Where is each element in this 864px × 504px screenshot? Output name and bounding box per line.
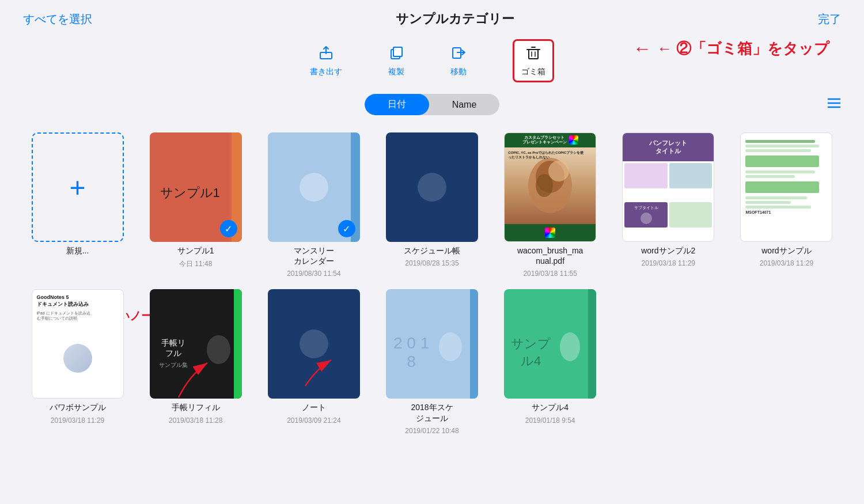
word-label: wordサンプル (761, 245, 811, 256)
wacom-overlay-text: COPIC, YC, as ProではられたCOPICブラシを使ったリストラかも… (508, 151, 592, 160)
trash-button[interactable]: ゴミ箱 (513, 39, 554, 82)
monthly-thumb[interactable]: ✓ (268, 132, 360, 242)
export-icon (318, 44, 334, 65)
techo-content: 手帳リフル サンプル集 (150, 319, 207, 369)
schedule-date: 2019/08/28 15:35 (405, 259, 458, 267)
duplicate-button[interactable]: 複製 (388, 44, 404, 77)
move-button[interactable]: 移動 (450, 44, 467, 77)
note-circle (300, 329, 328, 358)
techo-date: 2019/03/18 11:28 (169, 416, 222, 425)
sample4-spine (588, 289, 596, 399)
export-button[interactable]: 書き出す (310, 44, 342, 77)
wacom-header-bar: カスタムブラシセットプレゼントキャンペーン (505, 133, 596, 147)
word-line1 (745, 140, 815, 143)
sort-bar: 日付 Name (0, 88, 864, 121)
techo-item[interactable]: 手帳リフル サンプル集 手帳リフィル 2019/03/18 11:28 (141, 289, 250, 434)
sort-date-button[interactable]: 日付 (365, 94, 429, 115)
svg-rect-2 (393, 47, 402, 56)
ppt-image-area (37, 323, 119, 393)
word2-cell-4 (669, 202, 713, 228)
wacom-image-area: COPIC, YC, as ProではられたCOPICブラシを使ったリストラかも… (505, 147, 596, 224)
sample4-thumb[interactable]: サンプル4 (504, 289, 596, 399)
svg-rect-5 (529, 50, 538, 59)
word2-label: wordサンプル2 (641, 245, 695, 256)
word-line8 (745, 206, 811, 209)
word2-cell-2 (669, 163, 713, 188)
note-thumb[interactable] (268, 289, 360, 399)
wacom-footer (505, 224, 596, 241)
new-document-item[interactable]: + 新規... (23, 132, 132, 278)
ppt-desc: iPad にドキュメントを読み込む手順についての説明 (37, 310, 90, 321)
word-block2 (745, 181, 819, 193)
svg-point-11 (536, 174, 553, 197)
powerpoint-thumb[interactable]: GoodNotes 5ドキュメント読み込み iPad にドキュメントを読み込む手… (32, 289, 124, 399)
trash-arrow: ← (633, 38, 651, 59)
wacom-item[interactable]: カスタムブラシセットプレゼントキャンペーン COPIC, YC, as Proで… (496, 132, 605, 278)
powerpoint-label: パワボサンプル (50, 402, 106, 412)
trash-icon (525, 44, 541, 65)
word2-header: パンフレットタイトル (623, 133, 714, 161)
schedule-circle (418, 173, 446, 202)
sample1-item[interactable]: サンプル1 ✓ サンプル1 今日 11:48 ①削除したいノートをタップ (141, 132, 250, 278)
documents-grid: + 新規... サンプル1 ✓ サンプル1 今日 11:48 ①削除したいノート… (0, 121, 864, 452)
new-document-thumb[interactable]: + (32, 132, 124, 242)
toolbar: 書き出す 複製 移動 ゴミ箱 (0, 33, 864, 88)
header: すべてを選択 サンプルカテゴリー 完了 (0, 0, 864, 33)
word-block1 (745, 156, 819, 167)
word2-date: 2019/03/18 11:29 (642, 259, 695, 267)
sample1-check-badge: ✓ (220, 220, 237, 237)
schedule-item[interactable]: スケジュール帳 2019/08/28 15:35 (377, 132, 486, 278)
sched2018-label: 2018年スケジュール (411, 402, 453, 423)
wacom-thumb[interactable]: カスタムブラシセットプレゼントキャンペーン COPIC, YC, as Proで… (504, 132, 596, 242)
sort-segment: 日付 Name (365, 94, 500, 115)
word-line6 (745, 196, 807, 199)
word2-grid: サブタイトル (623, 161, 714, 241)
monthly-check-badge: ✓ (338, 220, 355, 237)
trash-annotation-text: ← ②「ゴミ箱」をタップ (657, 39, 829, 59)
done-button[interactable]: 完了 (818, 12, 841, 27)
powerpoint-item[interactable]: GoodNotes 5ドキュメント読み込み iPad にドキュメントを読み込む手… (23, 289, 132, 434)
techo-label: 手帳リフィル (172, 402, 220, 412)
word-line2 (745, 145, 819, 147)
wacom-label: wacom_brush_manual.pdf (517, 245, 583, 266)
monthly-circle (300, 173, 328, 202)
sort-name-button[interactable]: Name (429, 94, 500, 115)
word2-header-text: パンフレットタイトル (649, 139, 687, 156)
sample4-circle (560, 332, 580, 361)
word2-thumb[interactable]: パンフレットタイトル サブタイトル (622, 132, 714, 242)
sample4-item[interactable]: サンプル4 サンプル4 2019/01/18 9:54 (496, 289, 605, 434)
word-line5 (745, 175, 794, 178)
schedule-thumb[interactable] (386, 132, 478, 242)
page-title: サンプルカテゴリー (396, 10, 514, 28)
export-label: 書き出す (310, 67, 342, 77)
techo-thumb[interactable]: 手帳リフル サンプル集 (150, 289, 242, 399)
word-line7 (745, 201, 790, 204)
wacom-footer-logo (545, 228, 555, 238)
word-code-text: MSOFT14071 (745, 210, 771, 214)
wacom-logo (569, 135, 578, 145)
word2-sub-circle (641, 213, 652, 224)
sample1-notebook-text: サンプル1 (160, 173, 232, 202)
word-item[interactable]: MSOFT14071 wordサンプル 2019/03/18 11:29 (732, 132, 841, 278)
word2-cell-3: サブタイトル (624, 202, 668, 228)
sample1-thumb[interactable]: サンプル1 ✓ (150, 132, 242, 242)
monthly-calendar-item[interactable]: ✓ マンスリーカレンダー 2019/08/30 11:54 (259, 132, 368, 278)
note-item[interactable]: ノート 2019/03/09 21:24 (259, 289, 368, 434)
monthly-label: マンスリーカレンダー (294, 245, 334, 266)
word2-cell-1 (624, 163, 668, 188)
techo-circle (207, 335, 230, 364)
new-document-label: 新規... (66, 245, 89, 256)
powerpoint-date: 2019/03/18 11:29 (51, 416, 104, 425)
sched2018-thumb[interactable]: 2 0 1 8 (386, 289, 478, 399)
ppt-title: GoodNotes 5ドキュメント読み込み (37, 294, 89, 308)
select-all-button[interactable]: すべてを選択 (23, 12, 92, 27)
word2-sub-text: サブタイトル (634, 205, 658, 211)
word2-item[interactable]: パンフレットタイトル サブタイトル wordサンプル2 2019/03/18 1… (614, 132, 723, 278)
trash-annotation: ← ← ②「ゴミ箱」をタップ (633, 38, 829, 59)
list-view-button[interactable] (827, 97, 841, 112)
word-thumb[interactable]: MSOFT14071 (740, 132, 832, 242)
word-date: 2019/03/18 11:29 (760, 259, 813, 267)
move-label: 移動 (450, 67, 467, 77)
sched2018-item[interactable]: 2 0 1 8 2018年スケジュール 2019/01/22 10:48 (377, 289, 486, 434)
sample4-text: サンプル4 (504, 318, 560, 370)
